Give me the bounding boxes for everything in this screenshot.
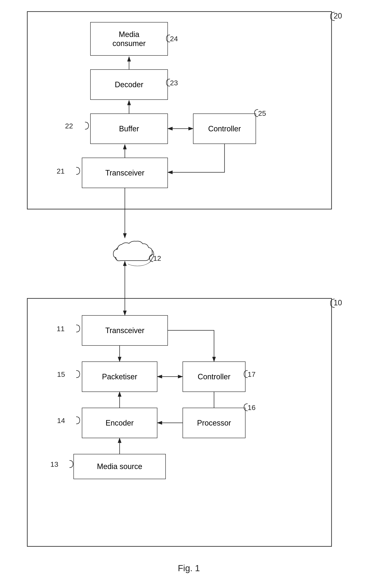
controller-bot-label: Controller: [198, 372, 230, 381]
ref-bracket-25: [251, 108, 266, 118]
diagram-svg: [0, 0, 380, 588]
media-source-label: Media source: [97, 462, 142, 471]
ref-bracket-23: [163, 77, 177, 88]
transceiver-bot-box: Transceiver: [82, 315, 168, 346]
ref-bracket-20: [326, 10, 343, 23]
transceiver-top-box: Transceiver: [82, 158, 168, 188]
controller-top-label: Controller: [208, 124, 241, 133]
label-15: 15: [57, 370, 65, 378]
processor-label: Processor: [197, 419, 231, 427]
transceiver-bot-label: Transceiver: [105, 326, 145, 335]
decoder-box: Decoder: [90, 69, 168, 100]
media-consumer-label: Mediaconsumer: [113, 30, 146, 48]
label-11: 11: [57, 325, 65, 333]
packetiser-box: Packetiser: [82, 361, 157, 392]
ref-bracket-15: [65, 369, 83, 379]
buffer-label: Buffer: [119, 124, 139, 133]
media-consumer-box: Mediaconsumer: [90, 22, 168, 56]
transceiver-top-label: Transceiver: [105, 168, 145, 177]
figure-caption: Fig. 1: [157, 563, 220, 573]
packetiser-label: Packetiser: [102, 372, 137, 381]
label-22: 22: [65, 122, 73, 130]
svg-rect-4: [27, 12, 332, 209]
svg-point-11: [128, 243, 147, 259]
buffer-box: Buffer: [90, 113, 168, 144]
ref-bracket-10: [326, 297, 343, 310]
processor-box: Processor: [183, 408, 246, 438]
diagram-container: 20 10 12 Mediaconsumer 24 Decoder 23 Buf…: [0, 0, 380, 588]
ref-bracket-11: [65, 323, 83, 334]
ref-bracket-17: [240, 369, 255, 379]
svg-point-15: [129, 244, 146, 259]
controller-bot-box: Controller: [183, 361, 246, 392]
ref-bracket-24: [163, 33, 177, 44]
decoder-label: Decoder: [115, 80, 143, 89]
encoder-box: Encoder: [82, 408, 157, 438]
ref-bracket-21: [65, 166, 83, 176]
controller-top-box: Controller: [193, 113, 256, 144]
encoder-label: Encoder: [106, 419, 134, 427]
ref-bracket-13: [58, 459, 75, 469]
ref-bracket-14: [65, 415, 83, 425]
label-21: 21: [57, 167, 65, 175]
ref-bracket-12: [146, 253, 161, 263]
label-14: 14: [57, 417, 65, 425]
ref-bracket-16: [240, 402, 255, 413]
ref-bracket-22: [74, 120, 92, 131]
label-13: 13: [50, 460, 58, 468]
svg-point-14: [115, 247, 137, 264]
media-source-box: Media source: [74, 454, 166, 479]
svg-point-10: [114, 245, 137, 264]
